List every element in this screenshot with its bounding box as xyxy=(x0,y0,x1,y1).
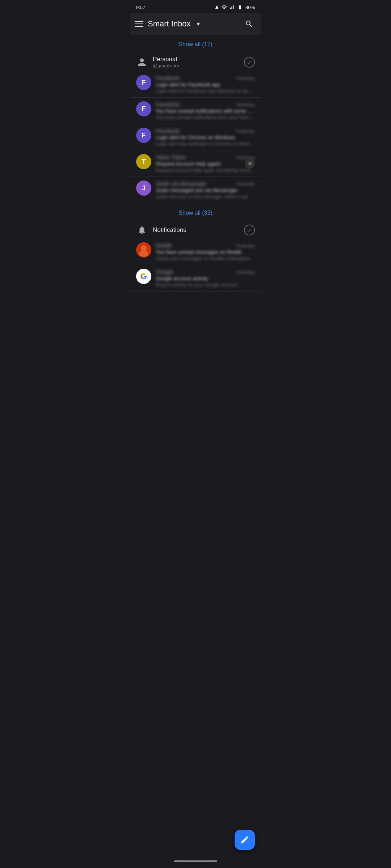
search-button[interactable] xyxy=(242,17,256,31)
email-sender-google: Google xyxy=(156,269,173,275)
personal-email: @gmail.com xyxy=(153,63,179,68)
email-sender-reddit: Reddit xyxy=(156,242,171,248)
avatar-facebook-1: F xyxy=(136,75,151,90)
email-header-row-reddit: Reddit Yesterday xyxy=(156,242,255,248)
email-subject-google: Google account activity xyxy=(156,276,255,281)
avatar-token: T xyxy=(136,154,151,169)
email-preview-reddit: Check your messages on Reddit notificati… xyxy=(156,256,255,261)
avatar-facebook-3: F xyxy=(136,128,151,143)
email-subject-3: Login alert for Chrome on Windows xyxy=(156,135,255,140)
personal-header-left: Personal @gmail.com xyxy=(136,56,179,68)
status-time: 9:57 xyxy=(136,5,145,10)
email-subject-2: You have unread notifications with some … xyxy=(156,108,255,114)
email-body-facebook-1: Facebook Yesterday Login alert for Faceb… xyxy=(156,75,255,94)
location-icon xyxy=(214,5,219,10)
email-item-facebook-1[interactable]: F Facebook Yesterday Login alert for Fac… xyxy=(130,71,261,98)
email-body-google: Google Yesterday Google account activity… xyxy=(156,269,255,288)
email-body-justin: Justin via Messenger Yesterday Justin me… xyxy=(156,180,255,199)
email-time-5: Yesterday xyxy=(236,182,255,187)
show-all-notifications-label: Show all (33) xyxy=(178,210,212,216)
personal-icon xyxy=(136,56,148,68)
status-bar: 9:57 80% xyxy=(130,0,261,13)
avatar-google xyxy=(136,269,151,284)
avatar-reddit xyxy=(136,242,151,258)
email-item-justin[interactable]: J Justin via Messenger Yesterday Justin … xyxy=(130,177,261,203)
email-preview-1: Login alert for Facebook app detected on… xyxy=(156,88,255,94)
email-header-row-5: Justin via Messenger Yesterday xyxy=(156,180,255,187)
email-preview-2: You have unread notifications from your … xyxy=(156,115,255,120)
notifications-title-block: Notifications xyxy=(153,226,186,234)
email-preview-3: Login alert was detected on Chrome on Wi… xyxy=(156,141,255,146)
app-bar: Smart Inbox ▾ xyxy=(130,13,261,35)
email-time-3: Yesterday xyxy=(236,129,255,134)
email-time-reddit: Yesterday xyxy=(236,243,255,248)
email-sender-3: Facebook xyxy=(156,128,180,134)
email-time-2: Yesterday xyxy=(236,102,255,107)
notifications-check-icon xyxy=(247,227,252,233)
search-icon xyxy=(245,20,253,28)
personal-title: Personal xyxy=(153,56,179,63)
email-header-row-1: Facebook Yesterday xyxy=(156,75,255,81)
reddit-avatar-svg xyxy=(136,242,151,258)
email-sender-2: Facebook xyxy=(156,101,180,107)
email-sender-4: Token Token xyxy=(156,154,186,160)
email-body-token: Token Token Yesterday Request Account He… xyxy=(156,154,255,173)
email-item-google[interactable]: Google Yesterday Google account activity… xyxy=(130,265,261,292)
delete-button[interactable]: ✕ xyxy=(245,158,255,169)
email-subject-reddit: You have unread messages on Reddit xyxy=(156,249,255,255)
email-item-token[interactable]: T Token Token Yesterday Request Account … xyxy=(130,150,261,177)
svg-point-2 xyxy=(139,251,148,257)
email-item-facebook-2[interactable]: F Facebook Yesterday You have unread not… xyxy=(130,98,261,124)
show-all-personal-button[interactable]: Show all (17) xyxy=(130,35,261,53)
notifications-check-button[interactable] xyxy=(244,225,255,235)
email-time-google: Yesterday xyxy=(236,270,255,275)
email-body-facebook-3: Facebook Yesterday Login alert for Chrom… xyxy=(156,128,255,146)
email-subject-1: Login alert for Facebook app xyxy=(156,82,255,88)
check-icon xyxy=(247,59,252,65)
avatar-justin: J xyxy=(136,180,151,196)
app-title: Smart Inbox xyxy=(148,19,191,29)
email-header-row-google: Google Yesterday xyxy=(156,269,255,275)
show-all-notifications-button[interactable]: Show all (33) xyxy=(130,203,261,221)
email-sender-5: Justin via Messenger xyxy=(156,180,207,187)
email-preview-5: Justin sent you a new message, check it … xyxy=(156,194,255,199)
email-subject-5: Justin messaged you via Messenger xyxy=(156,187,255,193)
personal-title-block: Personal @gmail.com xyxy=(153,56,179,68)
email-header-row-4: Token Token Yesterday xyxy=(156,154,255,160)
avatar-facebook-2: F xyxy=(136,101,151,116)
email-preview-google: Recent activity on your Google account xyxy=(156,282,255,288)
notifications-header-left: Notifications xyxy=(136,224,186,236)
main-content: Show all (17) Personal @gmail.com F Face xyxy=(130,35,261,292)
email-item-reddit[interactable]: Reddit Yesterday You have unread message… xyxy=(130,239,261,265)
notifications-icon xyxy=(136,224,148,236)
email-header-row-3: Facebook Yesterday xyxy=(156,128,255,134)
svg-point-1 xyxy=(141,245,147,251)
email-time-1: Yesterday xyxy=(236,76,255,81)
person-icon xyxy=(137,58,147,67)
email-body-reddit: Reddit Yesterday You have unread message… xyxy=(156,242,255,261)
email-subject-4: Request Account Help again! xyxy=(156,161,255,167)
bell-icon xyxy=(137,225,147,235)
app-bar-left: Smart Inbox ▾ xyxy=(135,19,242,29)
email-item-facebook-3[interactable]: F Facebook Yesterday Login alert for Chr… xyxy=(130,124,261,150)
email-body-facebook-2: Facebook Yesterday You have unread notif… xyxy=(156,101,255,120)
email-header-row-2: Facebook Yesterday xyxy=(156,101,255,107)
show-all-personal-label: Show all (17) xyxy=(178,41,212,48)
google-avatar-svg xyxy=(136,269,151,284)
signal-icon xyxy=(229,4,235,10)
personal-section-header: Personal @gmail.com xyxy=(130,53,261,71)
personal-check-button[interactable] xyxy=(244,57,255,68)
wifi-icon xyxy=(221,4,227,10)
email-preview-4: Request Account Help again something mor… xyxy=(156,167,255,173)
menu-button[interactable] xyxy=(135,20,143,28)
status-icons: 80% xyxy=(214,4,255,10)
notifications-section-header: Notifications xyxy=(130,221,261,239)
battery-icon xyxy=(236,5,244,10)
dropdown-icon[interactable]: ▾ xyxy=(197,20,200,28)
notifications-title: Notifications xyxy=(153,226,186,234)
battery-pct: 80% xyxy=(245,5,255,10)
email-sender-1: Facebook xyxy=(156,75,180,81)
